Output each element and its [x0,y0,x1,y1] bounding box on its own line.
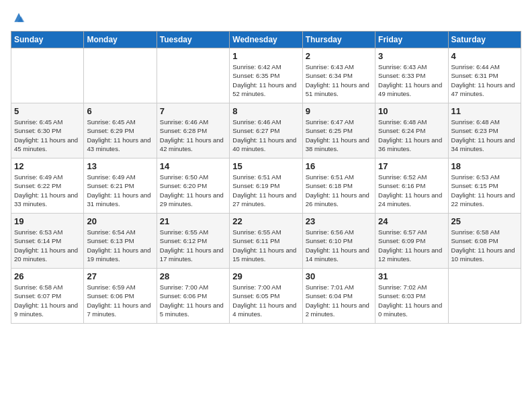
weekday-header: Tuesday [157,32,229,48]
calendar-container: SundayMondayTuesdayWednesdayThursdayFrid… [0,0,532,411]
cell-content: Sunrise: 6:46 AMSunset: 6:27 PMDaylight:… [232,118,299,153]
calendar-week-row: 12Sunrise: 6:49 AMSunset: 6:22 PMDayligh… [11,158,521,214]
day-number: 19 [14,216,81,226]
calendar-cell: 2Sunrise: 6:43 AMSunset: 6:34 PMDaylight… [302,48,375,103]
calendar-table: SundayMondayTuesdayWednesdayThursdayFrid… [11,31,521,324]
calendar-cell: 23Sunrise: 6:56 AMSunset: 6:10 PMDayligh… [302,214,375,269]
day-number: 2 [306,51,372,61]
day-number: 4 [451,51,518,61]
calendar-cell: 25Sunrise: 6:58 AMSunset: 6:08 PMDayligh… [448,214,521,269]
cell-content: Sunrise: 6:43 AMSunset: 6:33 PMDaylight:… [378,62,445,98]
weekday-header: Sunday [11,32,84,48]
calendar-cell: 27Sunrise: 6:59 AMSunset: 6:06 PMDayligh… [84,269,157,324]
cell-content: Sunrise: 6:45 AMSunset: 6:30 PMDaylight:… [14,118,81,153]
weekday-header: Saturday [448,32,521,48]
cell-content: Sunrise: 7:00 AMSunset: 6:05 PMDaylight:… [232,283,299,318]
cell-content: Sunrise: 6:57 AMSunset: 6:09 PMDaylight:… [378,228,445,263]
calendar-cell: 17Sunrise: 6:52 AMSunset: 6:16 PMDayligh… [375,158,448,214]
calendar-week-row: 26Sunrise: 6:58 AMSunset: 6:07 PMDayligh… [11,269,521,324]
day-number: 30 [306,271,372,281]
weekday-header: Thursday [302,32,375,48]
day-number: 12 [14,161,81,171]
cell-content: Sunrise: 6:55 AMSunset: 6:11 PMDaylight:… [232,228,299,263]
calendar-cell: 12Sunrise: 6:49 AMSunset: 6:22 PMDayligh… [11,158,84,214]
calendar-cell: 31Sunrise: 7:02 AMSunset: 6:03 PMDayligh… [375,269,448,324]
cell-content: Sunrise: 6:51 AMSunset: 6:19 PMDaylight:… [232,173,299,208]
calendar-cell: 24Sunrise: 6:57 AMSunset: 6:09 PMDayligh… [375,214,448,269]
calendar-cell: 6Sunrise: 6:45 AMSunset: 6:29 PMDaylight… [84,103,157,158]
cell-content: Sunrise: 6:47 AMSunset: 6:25 PMDaylight:… [306,118,372,153]
cell-content: Sunrise: 6:53 AMSunset: 6:14 PMDaylight:… [14,228,81,263]
cell-content: Sunrise: 6:48 AMSunset: 6:23 PMDaylight:… [451,118,518,153]
cell-content: Sunrise: 6:51 AMSunset: 6:18 PMDaylight:… [306,173,372,208]
calendar-cell: 13Sunrise: 6:49 AMSunset: 6:21 PMDayligh… [84,158,157,214]
calendar-cell: 7Sunrise: 6:46 AMSunset: 6:28 PMDaylight… [157,103,229,158]
cell-content: Sunrise: 6:58 AMSunset: 6:08 PMDaylight:… [451,228,518,263]
calendar-cell: 20Sunrise: 6:54 AMSunset: 6:13 PMDayligh… [84,214,157,269]
calendar-cell: 28Sunrise: 7:00 AMSunset: 6:06 PMDayligh… [157,269,229,324]
calendar-week-row: 1Sunrise: 6:42 AMSunset: 6:35 PMDaylight… [11,48,521,103]
cell-content: Sunrise: 6:59 AMSunset: 6:06 PMDaylight:… [87,283,153,318]
cell-content: Sunrise: 6:50 AMSunset: 6:20 PMDaylight:… [160,173,226,208]
cell-content: Sunrise: 6:55 AMSunset: 6:12 PMDaylight:… [160,228,226,263]
calendar-header-row: SundayMondayTuesdayWednesdayThursdayFrid… [11,32,521,48]
day-number: 13 [87,161,153,171]
calendar-cell: 15Sunrise: 6:51 AMSunset: 6:19 PMDayligh… [230,158,302,214]
calendar-cell: 9Sunrise: 6:47 AMSunset: 6:25 PMDaylight… [302,103,375,158]
cell-content: Sunrise: 6:53 AMSunset: 6:15 PMDaylight:… [451,173,518,208]
day-number: 26 [14,271,81,281]
cell-content: Sunrise: 6:48 AMSunset: 6:24 PMDaylight:… [378,118,445,153]
cell-content: Sunrise: 6:46 AMSunset: 6:28 PMDaylight:… [160,118,226,153]
day-number: 21 [160,216,226,226]
weekday-header: Friday [375,32,448,48]
day-number: 25 [451,216,518,226]
calendar-cell: 14Sunrise: 6:50 AMSunset: 6:20 PMDayligh… [157,158,229,214]
calendar-cell: 5Sunrise: 6:45 AMSunset: 6:30 PMDaylight… [11,103,84,158]
weekday-header: Monday [84,32,157,48]
calendar-cell: 29Sunrise: 7:00 AMSunset: 6:05 PMDayligh… [230,269,302,324]
calendar-cell [11,48,84,103]
day-number: 16 [306,161,372,171]
cell-content: Sunrise: 6:58 AMSunset: 6:07 PMDaylight:… [14,283,81,318]
cell-content: Sunrise: 6:54 AMSunset: 6:13 PMDaylight:… [87,228,153,263]
calendar-cell: 30Sunrise: 7:01 AMSunset: 6:04 PMDayligh… [302,269,375,324]
cell-content: Sunrise: 6:42 AMSunset: 6:35 PMDaylight:… [232,62,299,98]
day-number: 22 [232,216,299,226]
calendar-cell: 10Sunrise: 6:48 AMSunset: 6:24 PMDayligh… [375,103,448,158]
cell-content: Sunrise: 7:00 AMSunset: 6:06 PMDaylight:… [160,283,226,318]
day-number: 8 [232,106,299,116]
day-number: 14 [160,161,226,171]
day-number: 28 [160,271,226,281]
cell-content: Sunrise: 6:45 AMSunset: 6:29 PMDaylight:… [87,118,153,153]
day-number: 15 [232,161,299,171]
calendar-cell: 4Sunrise: 6:44 AMSunset: 6:31 PMDaylight… [448,48,521,103]
day-number: 1 [232,51,299,61]
calendar-week-row: 5Sunrise: 6:45 AMSunset: 6:30 PMDaylight… [11,103,521,158]
logo-icon [12,11,26,24]
weekday-header: Wednesday [230,32,302,48]
day-number: 31 [378,271,445,281]
day-number: 23 [306,216,372,226]
day-number: 17 [378,161,445,171]
calendar-week-row: 19Sunrise: 6:53 AMSunset: 6:14 PMDayligh… [11,214,521,269]
cell-content: Sunrise: 6:43 AMSunset: 6:34 PMDaylight:… [306,62,372,98]
calendar-cell: 26Sunrise: 6:58 AMSunset: 6:07 PMDayligh… [11,269,84,324]
cell-content: Sunrise: 6:52 AMSunset: 6:16 PMDaylight:… [378,173,445,208]
day-number: 24 [378,216,445,226]
day-number: 10 [378,106,445,116]
day-number: 11 [451,106,518,116]
calendar-cell: 16Sunrise: 6:51 AMSunset: 6:18 PMDayligh… [302,158,375,214]
calendar-cell: 8Sunrise: 6:46 AMSunset: 6:27 PMDaylight… [230,103,302,158]
header [11,11,521,24]
calendar-cell: 1Sunrise: 6:42 AMSunset: 6:35 PMDaylight… [230,48,302,103]
day-number: 3 [378,51,445,61]
day-number: 6 [87,106,153,116]
logo [11,11,26,24]
cell-content: Sunrise: 6:56 AMSunset: 6:10 PMDaylight:… [306,228,372,263]
calendar-cell [448,269,521,324]
cell-content: Sunrise: 7:01 AMSunset: 6:04 PMDaylight:… [306,283,372,318]
day-number: 7 [160,106,226,116]
day-number: 18 [451,161,518,171]
calendar-cell [157,48,229,103]
cell-content: Sunrise: 6:49 AMSunset: 6:22 PMDaylight:… [14,173,81,208]
